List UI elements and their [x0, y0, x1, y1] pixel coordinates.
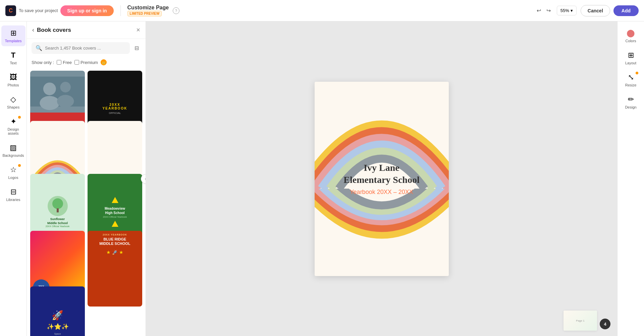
shapes-icon: ◇	[10, 95, 16, 104]
sidebar-item-layout[interactable]: ⊞ Layout	[619, 48, 643, 68]
thumbnail-strip[interactable]: Page 1	[564, 311, 597, 331]
svg-point-6	[52, 198, 63, 209]
tree-decoration	[48, 196, 68, 216]
colors-icon: ⬤	[627, 29, 635, 38]
svg-rect-7	[57, 208, 59, 212]
signin-button[interactable]: Sign up or sign in	[60, 5, 113, 16]
preview-badge: LIMITED PREVIEW	[127, 11, 162, 16]
close-panel-button[interactable]: ×	[136, 26, 140, 34]
topbar-divider	[120, 5, 121, 16]
sidebar-item-label: Colors	[626, 39, 636, 43]
panel-title: Book covers	[37, 27, 133, 33]
sidebar-item-colors[interactable]: ⬤ Colors	[619, 25, 643, 46]
add-button[interactable]: Add	[613, 5, 639, 16]
sidebar-icons: ⊞ Templates T Text 🖼 Photos ◇ Shapes ✦ D…	[0, 21, 27, 336]
sidebar-item-label: Text	[10, 61, 16, 65]
search-input[interactable]	[45, 46, 126, 51]
svg-point-2	[40, 96, 59, 110]
sidebar-item-label: Templates	[5, 39, 21, 43]
sidebar-item-design[interactable]: ✏ Design	[619, 92, 643, 113]
sidebar-item-logos[interactable]: ☆ Logos	[1, 162, 25, 183]
sidebar-item-label: Logos	[8, 176, 18, 180]
free-filter[interactable]: Free	[57, 60, 72, 65]
preview-canvas: Ivy Lane Elementary School Yearbook 20XX…	[315, 82, 449, 276]
sidebar-item-backgrounds[interactable]: ▨ Backgrounds	[1, 140, 25, 161]
free-checkbox[interactable]	[57, 60, 61, 65]
filter-row: Show only : Free Premium 👑	[27, 57, 146, 69]
premium-filter[interactable]: Premium	[74, 60, 98, 65]
sidebar-item-label: Photos	[7, 83, 19, 87]
save-text: To save your project	[19, 8, 58, 13]
search-area: 🔍 ⊟	[27, 39, 146, 57]
page-title-area: Customize Page LIMITED PREVIEW	[127, 5, 169, 16]
premium-badge-icon: 👑	[101, 59, 107, 65]
triangle-decoration	[112, 197, 118, 203]
svg-point-4	[57, 95, 74, 108]
backgrounds-icon: ▨	[10, 143, 17, 152]
sidebar-item-design-assets[interactable]: ✦ Design assets	[1, 114, 25, 139]
sidebar-item-resize[interactable]: ⤡ Resize	[619, 70, 643, 90]
sidebar-item-label: Shapes	[7, 105, 19, 109]
badge-dot-logos	[18, 164, 21, 167]
back-button[interactable]: ‹	[32, 26, 34, 33]
sidebar-item-label: Backgrounds	[2, 153, 24, 157]
badge-dot	[18, 116, 21, 119]
template-card[interactable]: 20XX YEARBOOK BLUE RIDGEMIDDLE SCHOOL ★ …	[88, 231, 142, 307]
zoom-selector[interactable]: 55% ▾	[557, 6, 577, 15]
templates-icon: ⊞	[10, 29, 16, 38]
sidebar-item-label: Resize	[625, 83, 637, 87]
undo-redo-controls: ↩ ↪	[535, 5, 553, 16]
sidebar-item-libraries[interactable]: ⊟ Libraries	[1, 184, 25, 205]
template-card[interactable]: 🚀 ✨⭐✨ SpaceAdventure	[30, 286, 85, 336]
svg-point-1	[43, 82, 56, 95]
help-icon[interactable]: ?	[173, 7, 179, 14]
cancel-button[interactable]: Cancel	[581, 5, 610, 16]
filter-button[interactable]: ⊟	[132, 43, 141, 53]
sidebar-item-shapes[interactable]: ◇ Shapes	[1, 92, 25, 113]
logo-area: C To save your project Sign up or sign i…	[5, 5, 114, 16]
page-number-badge: 4	[600, 319, 610, 329]
preview-year-text: Yearbook 20XX – 20XX	[343, 189, 419, 196]
left-panel: ‹ Book covers × 🔍 ⊟ Show only : Free Pre…	[27, 21, 146, 336]
sidebar-item-label: Layout	[625, 61, 636, 65]
logos-icon: ☆	[10, 165, 17, 174]
sidebar-item-templates[interactable]: ⊞ Templates	[1, 25, 25, 46]
templates-grid: 20XX YEARBOOK ElmwoodElementarySchool 20…	[27, 69, 146, 336]
sidebar-item-photos[interactable]: 🖼 Photos	[1, 70, 25, 90]
libraries-icon: ⊟	[10, 188, 16, 196]
premium-checkbox[interactable]	[74, 60, 79, 65]
search-input-wrap: 🔍	[32, 42, 130, 54]
right-sidebar: ⬤ Colors ⊞ Layout ⤡ Resize ✏ Design	[617, 21, 644, 336]
app-logo: C	[5, 5, 16, 16]
main-layout: ⊞ Templates T Text 🖼 Photos ◇ Shapes ✦ D…	[0, 21, 644, 336]
page-title: Customize Page	[127, 5, 169, 11]
search-icon: 🔍	[36, 45, 42, 51]
preview-school-name: Ivy Lane Elementary School	[343, 162, 419, 186]
sidebar-item-label: Design assets	[4, 127, 23, 135]
topbar: C To save your project Sign up or sign i…	[0, 0, 644, 21]
resize-icon: ⤡	[628, 73, 634, 82]
sidebar-item-label: Libraries	[6, 198, 20, 202]
text-icon: T	[11, 51, 15, 60]
svg-point-3	[60, 82, 71, 92]
sidebar-item-text[interactable]: T Text	[1, 48, 25, 68]
sidebar-item-label: Design	[625, 105, 636, 109]
photos-icon: 🖼	[10, 73, 17, 82]
topbar-right: Cancel Add	[581, 5, 639, 16]
canvas-area: Ivy Lane Elementary School Yearbook 20XX…	[146, 21, 617, 336]
design-icon: ✏	[628, 95, 634, 104]
panel-header: ‹ Book covers ×	[27, 21, 146, 39]
preview-text-area: Ivy Lane Elementary School Yearbook 20XX…	[337, 155, 426, 203]
design-assets-icon: ✦	[10, 117, 16, 126]
triangle-decoration-2	[112, 221, 118, 227]
undo-button[interactable]: ↩	[535, 5, 543, 16]
layout-icon: ⊞	[628, 51, 634, 60]
redo-button[interactable]: ↪	[544, 5, 553, 16]
resize-badge	[636, 72, 638, 74]
